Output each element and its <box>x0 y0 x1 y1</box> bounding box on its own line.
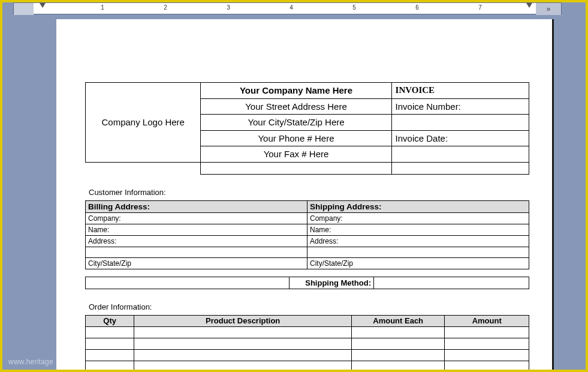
billing-address-cell[interactable]: Address: <box>86 235 307 247</box>
invoice-number-value[interactable] <box>391 115 529 131</box>
shipping-method-spacer[interactable] <box>86 277 290 289</box>
company-name-cell[interactable]: Your Company Name Here <box>201 83 391 99</box>
ruler-number: 2 <box>164 4 167 11</box>
company-phone-cell[interactable]: Your Phone # Here <box>201 130 391 146</box>
order-row <box>86 349 529 361</box>
company-city-cell[interactable]: Your City/State/Zip Here <box>201 115 391 131</box>
order-info-label: Order Information: <box>89 302 529 311</box>
billing-address2-cell[interactable] <box>86 247 307 257</box>
ruler-left-margin[interactable] <box>14 3 34 15</box>
shipping-address-cell[interactable]: Address: <box>307 235 529 247</box>
invoice-title-cell: INVOICE <box>391 83 529 99</box>
ruler-number: 5 <box>352 4 356 11</box>
shipping-method-label: Shipping Method: <box>290 277 374 289</box>
customer-info-table: Billing Address: Shipping Address: Compa… <box>85 200 529 269</box>
order-header-desc: Product Description <box>134 315 352 326</box>
shipping-company-cell[interactable]: Company: <box>307 212 529 224</box>
shipping-csz-cell[interactable]: City/State/Zip <box>307 257 529 269</box>
ruler-number: 7 <box>478 4 482 11</box>
company-blank-cell[interactable] <box>201 162 391 174</box>
ruler-number: 3 <box>227 4 230 11</box>
order-table: Qty Product Description Amount Each Amou… <box>85 315 529 373</box>
ruler-number: 1 <box>101 4 104 11</box>
order-row <box>86 326 529 338</box>
ruler-right-indent-marker[interactable] <box>526 3 532 8</box>
ruler-scroll-right[interactable]: » <box>536 3 561 15</box>
company-fax-cell[interactable]: Your Fax # Here <box>201 146 391 163</box>
document-page[interactable]: Company Logo Here Your Company Name Here… <box>56 19 554 372</box>
shipping-name-cell[interactable]: Name: <box>307 224 529 235</box>
billing-csz-cell[interactable]: City/State/Zip <box>86 257 307 269</box>
shipping-address-header: Shipping Address: <box>307 200 529 212</box>
order-header-qty: Qty <box>86 315 134 326</box>
order-header-amount: Amount <box>445 315 529 326</box>
shipping-address2-cell[interactable] <box>307 247 529 257</box>
ruler-indent-marker[interactable] <box>40 3 46 8</box>
order-header-each: Amount Each <box>351 315 444 326</box>
company-logo-cell[interactable]: Company Logo Here <box>86 83 201 163</box>
invoice-blank-cell[interactable] <box>391 162 529 174</box>
ruler-number: 4 <box>290 4 293 11</box>
invoice-date-value[interactable] <box>391 146 529 163</box>
order-row <box>86 361 529 372</box>
watermark-text: www.heritage <box>8 358 53 366</box>
billing-company-cell[interactable]: Company: <box>86 212 307 224</box>
company-street-cell[interactable]: Your Street Address Here <box>201 98 391 115</box>
invoice-number-label[interactable]: Invoice Number: <box>391 98 529 115</box>
company-header-table: Company Logo Here Your Company Name Here… <box>85 82 529 175</box>
order-row <box>86 338 529 349</box>
customer-info-label: Customer Information: <box>89 188 529 197</box>
billing-name-cell[interactable]: Name: <box>86 224 307 235</box>
ruler-number: 6 <box>415 4 419 11</box>
horizontal-ruler[interactable]: 1 2 3 4 5 6 7 » <box>13 2 562 14</box>
invoice-date-label[interactable]: Invoice Date: <box>391 130 529 146</box>
billing-address-header: Billing Address: <box>86 200 307 212</box>
shipping-method-value[interactable] <box>373 277 529 289</box>
shipping-method-row: Shipping Method: <box>85 277 529 289</box>
